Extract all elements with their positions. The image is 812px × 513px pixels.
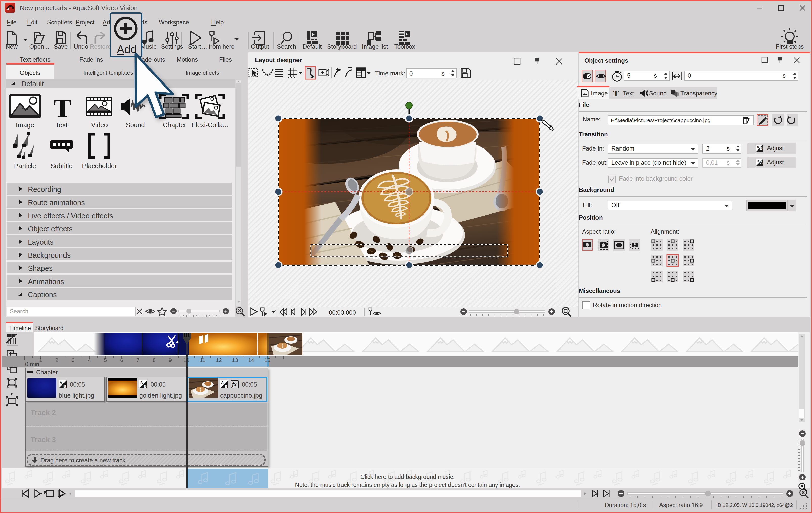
svg-text:A: A	[221, 381, 224, 385]
svg-text:5: 5	[104, 357, 107, 363]
svg-text:1: 1	[39, 357, 42, 363]
svg-text:8: 8	[152, 357, 155, 363]
svg-text:2: 2	[55, 357, 58, 363]
svg-text:9: 9	[169, 357, 172, 363]
svg-text:B: B	[63, 384, 66, 388]
svg-text:15: 15	[264, 357, 270, 363]
svg-text:A: A	[757, 145, 759, 149]
svg-text:7: 7	[136, 357, 139, 363]
svg-text:B: B	[760, 146, 763, 150]
svg-text:13: 13	[232, 357, 238, 363]
svg-text:B: B	[144, 384, 147, 388]
svg-text:B: B	[757, 159, 759, 163]
svg-text:A: A	[60, 381, 62, 385]
svg-text:12: 12	[216, 357, 222, 363]
svg-text:11: 11	[200, 357, 205, 363]
svg-text:3: 3	[71, 357, 75, 363]
svg-text:A: A	[140, 381, 143, 385]
svg-text:14: 14	[248, 357, 254, 363]
svg-text:B: B	[225, 384, 227, 388]
svg-text:4: 4	[88, 357, 91, 363]
svg-text:A: A	[760, 161, 763, 165]
svg-text:fx: fx	[232, 381, 236, 387]
svg-text:6: 6	[120, 357, 123, 363]
